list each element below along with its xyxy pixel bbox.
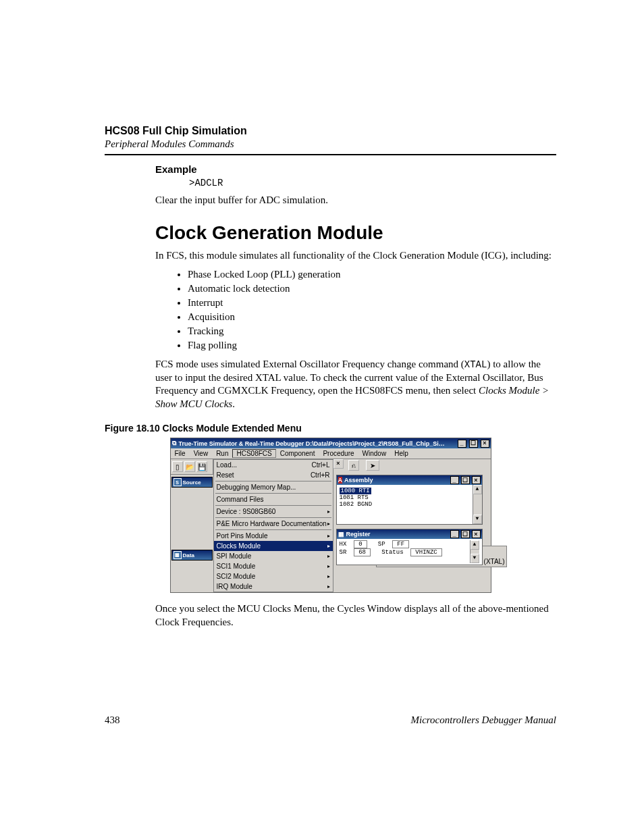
menu-item-device[interactable]: Device : 9S08GB60 ▸ — [214, 506, 333, 517]
menu-item-portpins[interactable]: Port Pins Module ▸ — [214, 531, 333, 541]
save-button[interactable]: 💾 — [196, 461, 207, 472]
reg-label: SP — [378, 541, 385, 548]
run-button[interactable]: ➤ — [366, 460, 379, 471]
menu-hcs08fcs[interactable]: HCS08FCS — [232, 449, 275, 458]
chevron-right-icon: ▸ — [327, 543, 330, 549]
maximize-button[interactable]: ☐ — [469, 440, 478, 448]
manual-name: Microcontrollers Debugger Manual — [410, 714, 556, 726]
chevron-right-icon: ▸ — [327, 553, 330, 559]
minimize-button[interactable]: _ — [458, 440, 466, 448]
list-item: Tracking — [188, 325, 556, 337]
minimize-button[interactable]: _ — [450, 476, 459, 484]
para-text: . — [232, 398, 235, 409]
assembly-titlebar: A Assembly _ ☐ × — [337, 475, 482, 485]
section-heading: Clock Generation Module — [155, 222, 556, 244]
open-button[interactable]: 📂 — [184, 461, 195, 472]
assembly-title-label: Assembly — [344, 477, 373, 484]
close-button[interactable]: × — [481, 440, 489, 448]
menu-item-sci1[interactable]: SCI1 Module ▸ — [214, 561, 333, 571]
figure-caption: Figure 18.10 Clocks Module Extended Menu — [105, 423, 556, 434]
list-item: Interrupt — [188, 297, 556, 309]
toolbar-button[interactable]: ⎌ — [348, 460, 359, 471]
menu-item-clocks[interactable]: Clocks Module ▸ — [214, 541, 333, 551]
panel-close-button[interactable]: × — [333, 459, 344, 469]
new-button[interactable]: ▯ — [172, 461, 183, 472]
toolbar-left: ▯ 📂 💾 — [171, 459, 213, 475]
data-icon: ▦ — [173, 551, 182, 559]
example-label: Example — [155, 163, 556, 175]
source-panel-title[interactable]: S Source — [171, 477, 213, 488]
menu-item-cmdfiles[interactable]: Command Files — [214, 494, 333, 504]
menu-item-shortcut: Ctrl+R — [311, 471, 330, 479]
close-button[interactable]: × — [472, 530, 481, 538]
menubar: File View Run HCS08FCS Component Procedu… — [171, 448, 491, 459]
example-desc: Clear the input buffer for ADC simulatio… — [155, 194, 556, 207]
menu-item-irq[interactable]: IRQ Module ▸ — [214, 581, 333, 592]
maximize-button[interactable]: ☐ — [461, 530, 470, 538]
menu-item-label: Port Pins Module — [217, 532, 268, 540]
list-item: Automatic lock detection — [188, 283, 556, 294]
menu-separator — [215, 493, 331, 494]
menu-separator — [215, 517, 331, 518]
reg-value: 0 — [354, 540, 367, 548]
register-title-label: Register — [346, 531, 371, 538]
hcs08fcs-dropdown: Load... Ctrl+L Reset Ctrl+R Debugging Me… — [213, 459, 333, 592]
menu-view[interactable]: View — [190, 449, 213, 458]
menu-item-label: Clocks Module — [217, 542, 261, 550]
scrollbar[interactable]: ▲ ▼ — [470, 540, 479, 563]
menu-component[interactable]: Component — [276, 449, 319, 458]
menu-item-pedoc[interactable]: P&E Micro Hardware Documentation ▸ — [214, 519, 333, 529]
menu-procedure[interactable]: Procedure — [319, 449, 358, 458]
menu-item-reset[interactable]: Reset Ctrl+R — [214, 470, 333, 480]
reg-value: VHINZC — [410, 548, 441, 556]
app-title: True-Time Simulator & Real-Time Debugger… — [179, 440, 445, 447]
scroll-down-icon[interactable]: ▼ — [473, 515, 482, 524]
scroll-down-icon[interactable]: ▼ — [471, 554, 479, 563]
page-number: 438 — [105, 714, 120, 726]
maximize-button[interactable]: ☐ — [461, 476, 470, 484]
reg-label: HX — [340, 541, 347, 548]
menu-item-label: SPI Module — [217, 552, 252, 560]
section-intro: In FCS, this module simulates all functi… — [155, 249, 556, 263]
assembly-line: 1082 BGND — [340, 501, 470, 508]
assembly-icon: A — [338, 477, 343, 484]
scrollbar[interactable]: ▲ ▼ — [473, 485, 482, 524]
menu-item-load[interactable]: Load... Ctrl+L — [214, 460, 333, 470]
assembly-line-selected: 1080 RTI — [340, 488, 371, 494]
header-title: HCS08 Full Chip Simulation — [105, 125, 556, 137]
menu-item-sci2[interactable]: SCI2 Module ▸ — [214, 571, 333, 581]
assembly-window: A Assembly _ ☐ × 1080 RTI 1081 RTS 1082 … — [336, 475, 483, 525]
menu-file[interactable]: File — [171, 449, 190, 458]
chevron-right-icon: ▸ — [327, 563, 330, 569]
menu-window[interactable]: Window — [358, 449, 391, 458]
menu-item-label: Device : 9S08GB60 — [217, 508, 276, 515]
menu-item-dbgmap[interactable]: Debugging Memory Map... — [214, 482, 333, 492]
menu-item-label: Debugging Memory Map... — [217, 484, 296, 491]
reg-value: FF — [392, 540, 409, 548]
register-titlebar: ▦ Register _ ☐ × — [337, 529, 482, 539]
menu-help[interactable]: Help — [390, 449, 412, 458]
source-icon: S — [173, 478, 182, 486]
toolbar-right: ⎌ ➤ — [348, 460, 491, 471]
scroll-up-icon[interactable]: ▲ — [471, 540, 479, 550]
debugger-window: ⧉ True-Time Simulator & Real-Time Debugg… — [170, 438, 491, 593]
menu-item-label: IRQ Module — [217, 583, 252, 590]
menu-item-spi[interactable]: SPI Module ▸ — [214, 551, 333, 561]
menu-run[interactable]: Run — [212, 449, 232, 458]
list-item: Acquisition — [188, 311, 556, 323]
menu-separator — [215, 481, 331, 481]
app-icon: ⧉ — [172, 440, 176, 447]
scroll-up-icon[interactable]: ▲ — [473, 485, 482, 494]
register-icon: ▦ — [338, 531, 344, 538]
chevron-right-icon: ▸ — [327, 573, 330, 579]
section-para2: FCS mode uses simulated External Oscilla… — [155, 358, 556, 411]
close-button[interactable]: × — [472, 476, 481, 484]
reg-label: Status — [381, 549, 403, 556]
menu-item-label: P&E Micro Hardware Documentation — [217, 520, 327, 527]
header-rule — [105, 154, 556, 155]
data-panel-title[interactable]: ▦ Data — [171, 550, 213, 561]
menu-separator — [215, 529, 331, 530]
data-label: Data — [183, 552, 194, 558]
menu-separator — [215, 505, 331, 506]
minimize-button[interactable]: _ — [450, 530, 459, 538]
